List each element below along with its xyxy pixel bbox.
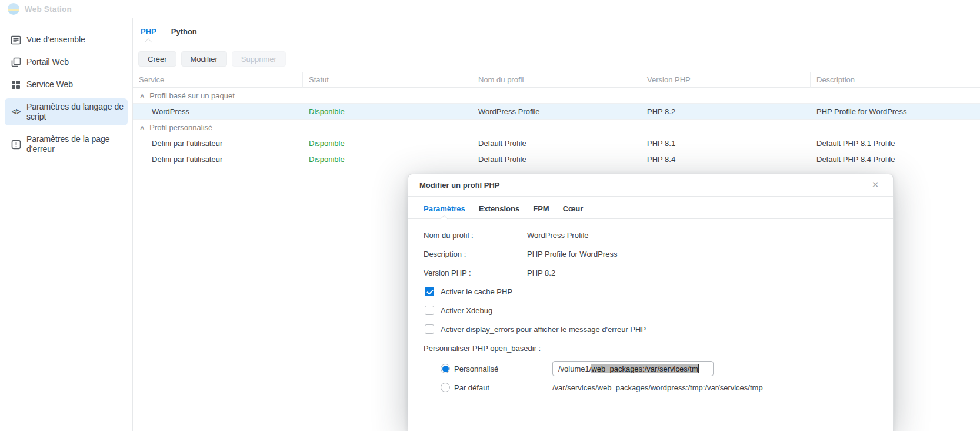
app-header: Web Station: [0, 0, 980, 18]
dialog-tab-fpm[interactable]: FPM: [533, 204, 549, 218]
php-version-field: Version PHP : PHP 8.2: [424, 267, 878, 279]
profile-name-field: Nom du profil : WordPress Profile: [424, 229, 878, 241]
php-profile-dialog: Modifier un profil PHP ✕ Paramètres Exte…: [408, 174, 894, 431]
sidebar-item-error-page-settings[interactable]: Paramètres de la page d'erreur: [5, 131, 128, 158]
dialog-tab-parameters[interactable]: Paramètres: [424, 204, 465, 218]
collapse-icon[interactable]: ∧: [139, 124, 145, 131]
dialog-titlebar: Modifier un profil PHP ✕: [408, 174, 893, 197]
modify-button[interactable]: Modifier: [181, 51, 227, 67]
tab-php[interactable]: PHP: [141, 27, 156, 42]
status-badge: Disponible: [303, 107, 472, 116]
table-row[interactable]: WordPress Disponible WordPress Profile P…: [133, 104, 980, 120]
script-language-icon: </>: [9, 107, 23, 117]
enable-php-cache-checkbox-row[interactable]: Activer le cache PHP: [424, 286, 878, 297]
default-basedir-option[interactable]: Par défaut /var/services/web_packages/wo…: [441, 380, 878, 395]
close-icon[interactable]: ✕: [869, 179, 881, 191]
delete-button[interactable]: Supprimer: [232, 51, 286, 67]
enable-display-errors-checkbox-row[interactable]: Activer display_errors pour afficher le …: [424, 323, 878, 335]
sidebar-item-web-service[interactable]: Service Web: [5, 76, 128, 93]
sidebar-item-web-portal[interactable]: Portail Web: [5, 54, 128, 71]
web-station-window: Web Station Vue d’ensemble Portail Web S…: [0, 0, 980, 431]
table-row[interactable]: Défini par l'utilisateur Disponible Defa…: [133, 151, 980, 167]
active-tab-notch: [145, 38, 152, 46]
web-station-icon: [8, 3, 19, 15]
error-page-icon: [9, 140, 23, 150]
selected-text: web_packages:/var/services/tm: [591, 364, 698, 373]
checkbox-unchecked[interactable]: [425, 324, 434, 334]
group-row-custom-profile[interactable]: ∧ Profil personnalisé: [133, 120, 980, 135]
app-title: Web Station: [25, 5, 72, 14]
group-row-package-profile[interactable]: ∧ Profil basé sur un paquet: [133, 88, 980, 104]
php-profiles-table: Service Statut Nom du profil Version PHP…: [133, 72, 980, 167]
sidebar-item-label: Paramètres de la page d'erreur: [26, 134, 124, 154]
sidebar: Vue d’ensemble Portail Web Service Web <…: [0, 18, 133, 431]
dialog-body: Nom du profil : WordPress Profile Descri…: [408, 219, 893, 395]
table-row[interactable]: Défini par l'utilisateur Disponible Defa…: [133, 135, 980, 151]
default-basedir-path: /var/services/web_packages/wordpress:/tm…: [552, 383, 763, 392]
language-tabs: PHP Python: [133, 18, 980, 42]
checkbox-unchecked[interactable]: [425, 306, 434, 315]
status-badge: Disponible: [303, 139, 472, 148]
custom-basedir-input[interactable]: /volume1/web_packages:/var/services/tm: [552, 361, 714, 376]
collapse-icon[interactable]: ∧: [139, 92, 145, 99]
table-header: Service Statut Nom du profil Version PHP…: [133, 72, 980, 88]
column-header-status[interactable]: Statut: [303, 72, 472, 88]
sidebar-item-overview[interactable]: Vue d’ensemble: [5, 31, 128, 48]
enable-xdebug-checkbox-row[interactable]: Activer Xdebug: [424, 304, 878, 316]
radio-unselected[interactable]: [441, 383, 450, 392]
toolbar: Créer Modifier Supprimer: [138, 51, 980, 67]
column-header-service[interactable]: Service: [133, 72, 303, 88]
sidebar-item-label: Service Web: [26, 79, 73, 89]
description-field: Description : PHP Profile for WordPress: [424, 248, 878, 260]
dialog-tab-core[interactable]: Cœur: [563, 204, 584, 218]
sidebar-item-label: Paramètres du langage de script: [26, 102, 124, 122]
dialog-title: Modifier un profil PHP: [419, 181, 500, 190]
open-basedir-label: Personnaliser PHP open_basedir :: [424, 342, 878, 354]
overview-icon: [9, 35, 23, 45]
tab-python[interactable]: Python: [171, 27, 197, 42]
web-service-icon: [9, 80, 23, 89]
radio-selected[interactable]: [441, 364, 450, 373]
sidebar-item-label: Vue d’ensemble: [26, 35, 85, 45]
column-header-profile-name[interactable]: Nom du profil: [472, 72, 641, 88]
column-header-description[interactable]: Description: [811, 72, 980, 88]
dialog-tab-extensions[interactable]: Extensions: [479, 204, 519, 218]
checkbox-checked[interactable]: [425, 287, 434, 296]
sidebar-item-label: Portail Web: [26, 57, 69, 67]
column-header-php-version[interactable]: Version PHP: [641, 72, 811, 88]
custom-basedir-option[interactable]: Personnalisé /volume1/web_packages:/var/…: [441, 361, 878, 376]
sidebar-item-script-language-settings[interactable]: </> Paramètres du langage de script: [5, 98, 128, 125]
create-button[interactable]: Créer: [138, 51, 176, 67]
status-badge: Disponible: [303, 155, 472, 164]
dialog-tabs: Paramètres Extensions FPM Cœur: [408, 197, 893, 219]
portal-icon: [9, 57, 23, 67]
